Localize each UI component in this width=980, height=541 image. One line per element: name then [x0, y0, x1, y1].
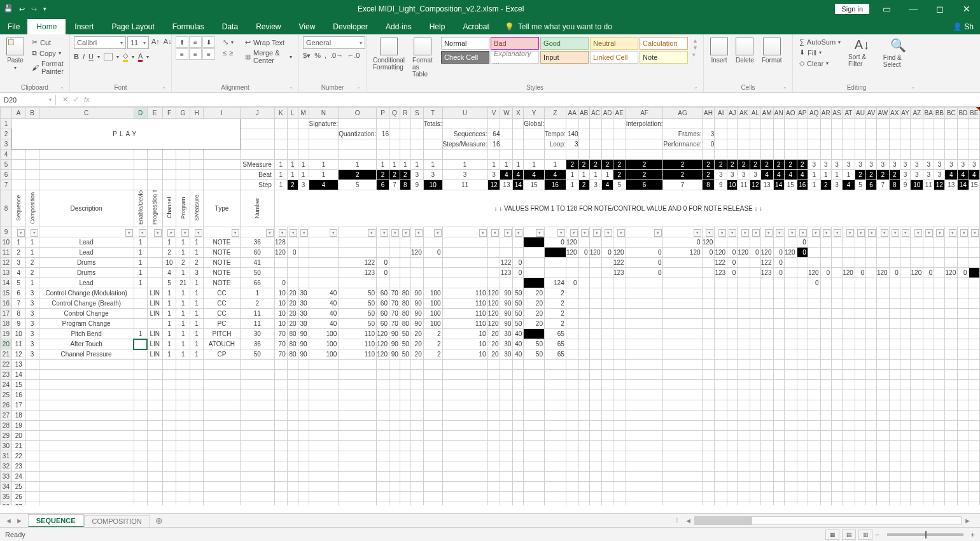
row-header[interactable]: 29	[1, 431, 12, 441]
filter-dropdown[interactable]	[500, 227, 513, 237]
format-painter-button[interactable]: 🖌Format Painter	[31, 59, 65, 76]
filter-dropdown[interactable]	[589, 227, 602, 237]
row-header[interactable]: 15	[1, 288, 12, 299]
col-header[interactable]: R	[400, 108, 410, 119]
col-header[interactable]: D	[134, 108, 147, 119]
conditional-formatting-button[interactable]: Conditional Formatting	[370, 36, 407, 72]
filter-dropdown[interactable]	[544, 227, 566, 237]
filter-dropdown[interactable]	[626, 227, 663, 237]
filter-dropdown[interactable]	[663, 227, 702, 237]
percent-icon[interactable]: %	[314, 52, 321, 60]
home-tab[interactable]: Home	[27, 19, 66, 34]
add-sheet-button[interactable]: ⊕	[150, 514, 168, 528]
col-header[interactable]: Y	[524, 108, 545, 119]
indent-inc-icon[interactable]: ≥	[229, 49, 233, 57]
tab-acrobat[interactable]: Acrobat	[454, 19, 498, 34]
filter-dropdown[interactable]	[190, 227, 204, 237]
align-top-icon[interactable]: ⬆	[176, 36, 188, 48]
indent-dec-icon[interactable]: ≤	[223, 49, 227, 57]
row-header[interactable]: 10	[1, 237, 12, 248]
filter-dropdown[interactable]	[760, 227, 773, 237]
accounting-icon[interactable]: $▾	[303, 52, 311, 60]
row-header[interactable]: 22	[1, 360, 12, 370]
italic-button[interactable]: I	[83, 53, 85, 60]
filter-dropdown[interactable]	[900, 227, 911, 237]
filter-dropdown[interactable]	[855, 227, 865, 237]
row-header[interactable]: 16	[1, 299, 12, 309]
filter-dropdown[interactable]	[889, 227, 900, 237]
filter-dropdown[interactable]	[578, 227, 589, 237]
row-header[interactable]: 17	[1, 309, 12, 319]
col-header[interactable]: AK	[738, 108, 750, 119]
row-header[interactable]: 33	[1, 472, 12, 482]
row-header[interactable]: 3	[1, 139, 12, 150]
filter-dropdown[interactable]	[25, 227, 39, 237]
ribbon-options-icon[interactable]: ▭	[877, 4, 896, 14]
row-header[interactable]: 31	[1, 451, 12, 461]
normal-view-icon[interactable]: ▦	[825, 530, 839, 540]
style-input[interactable]: Input	[540, 51, 589, 64]
filter-dropdown[interactable]	[866, 227, 877, 237]
col-header[interactable]: L	[287, 108, 298, 119]
col-header[interactable]: AD	[602, 108, 613, 119]
col-header[interactable]: AT	[843, 108, 855, 119]
filter-dropdown[interactable]	[423, 227, 442, 237]
tab-data[interactable]: Data	[213, 19, 247, 34]
col-header[interactable]: M	[298, 108, 309, 119]
filter-dropdown[interactable]	[176, 227, 190, 237]
minimize-icon[interactable]: —	[904, 4, 923, 14]
col-header[interactable]: S	[410, 108, 423, 119]
underline-button[interactable]: U	[88, 53, 94, 60]
filter-dropdown[interactable]	[298, 227, 309, 237]
row-header[interactable]: 1	[1, 119, 12, 129]
align-left-icon[interactable]: ≡	[176, 48, 188, 60]
col-header[interactable]: AC	[589, 108, 602, 119]
row-header[interactable]: 32	[1, 461, 12, 472]
col-header[interactable]: AB	[578, 108, 589, 119]
filter-dropdown[interactable]	[945, 227, 958, 237]
tab-page-layout[interactable]: Page Layout	[102, 19, 163, 34]
col-header[interactable]: AH	[702, 108, 715, 119]
tab-add-ins[interactable]: Add-ins	[377, 19, 421, 34]
col-header[interactable]: AW	[876, 108, 889, 119]
filter-dropdown[interactable]	[876, 227, 889, 237]
font-size-select[interactable]: 11▾	[127, 36, 149, 49]
col-header[interactable]: Q	[389, 108, 400, 119]
filter-dropdown[interactable]	[773, 227, 784, 237]
format-as-table-button[interactable]: Format as Table	[410, 36, 435, 79]
col-header[interactable]: AQ	[808, 108, 820, 119]
style-linkedcell[interactable]: Linked Cell	[590, 51, 638, 64]
style-neutral[interactable]: Neutral	[590, 37, 638, 50]
filter-dropdown[interactable]	[240, 227, 274, 237]
filter-dropdown[interactable]	[738, 227, 750, 237]
filter-dropdown[interactable]	[843, 227, 855, 237]
font-color-icon[interactable]: A	[138, 52, 143, 62]
spreadsheet-grid[interactable]: ABCDEFGHIJKLMNOPQRSTUVWXYZAAABACADAEAFAG…	[0, 107, 980, 505]
align-center-icon[interactable]: ≡	[189, 48, 202, 60]
zoom-slider[interactable]	[887, 533, 963, 536]
tab-view[interactable]: View	[290, 19, 325, 34]
filter-dropdown[interactable]	[134, 227, 147, 237]
filter-dropdown[interactable]	[487, 227, 500, 237]
col-header[interactable]: AZ	[911, 108, 923, 119]
page-break-view-icon[interactable]: ▥	[858, 530, 872, 540]
col-header[interactable]: J	[240, 108, 274, 119]
row-header[interactable]: 7	[1, 180, 12, 190]
filter-dropdown[interactable]	[11, 227, 25, 237]
filter-dropdown[interactable]	[808, 227, 820, 237]
col-header[interactable]: AU	[855, 108, 865, 119]
col-header[interactable]: A	[11, 108, 25, 119]
col-header[interactable]: AL	[750, 108, 760, 119]
style-note[interactable]: Note	[640, 51, 688, 64]
row-header[interactable]: 35	[1, 492, 12, 502]
styles-more-icon[interactable]: ▾	[692, 52, 698, 58]
page-layout-view-icon[interactable]: ▤	[842, 530, 856, 540]
col-header[interactable]: I	[204, 108, 241, 119]
align-bottom-icon[interactable]: ⬇	[202, 36, 215, 48]
filter-dropdown[interactable]	[274, 227, 287, 237]
paste-button[interactable]: 📋Paste▾	[4, 36, 27, 72]
align-right-icon[interactable]: ≡	[202, 48, 215, 60]
autosum-button[interactable]: ∑AutoSum▾	[798, 38, 842, 46]
col-header[interactable]: AS	[831, 108, 842, 119]
tab-nav-prev-icon[interactable]: ◄	[5, 517, 12, 524]
